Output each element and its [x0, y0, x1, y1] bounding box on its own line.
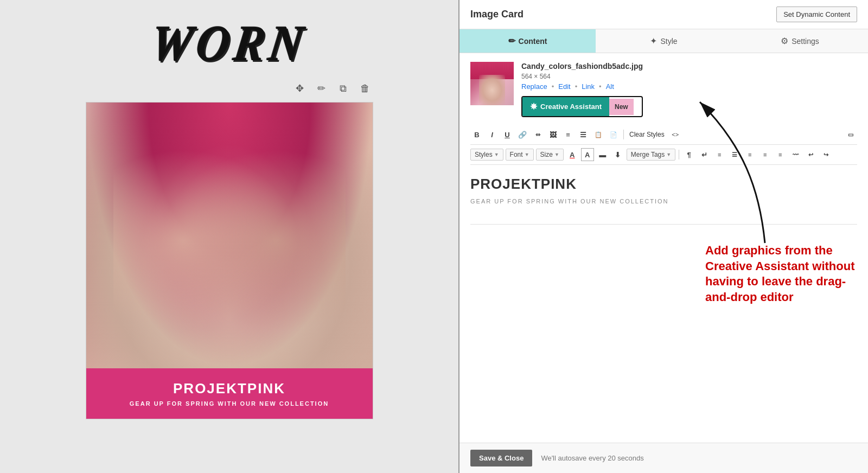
- ca-button-label: Creative Assistant: [540, 103, 602, 111]
- set-dynamic-content-button[interactable]: Set Dynamic Content: [776, 7, 857, 22]
- style-tab-label: Style: [660, 37, 677, 46]
- image-dimensions: 564 × 564: [521, 73, 643, 80]
- paste-button[interactable]: 📄: [607, 128, 620, 141]
- image-actions: Replace • Edit • Link • Alt: [521, 82, 643, 91]
- logo-area: WORN: [11, 11, 448, 80]
- font-dropdown[interactable]: Font ▼: [506, 149, 534, 161]
- merge-tags-label: Merge Tags: [631, 151, 665, 158]
- edit-link[interactable]: Edit: [558, 82, 570, 91]
- image-button[interactable]: 🖼: [546, 128, 559, 141]
- text-color-button[interactable]: A: [566, 148, 579, 161]
- card-title: PROJEKTPINK: [97, 380, 362, 397]
- alt-link[interactable]: Alt: [606, 82, 614, 91]
- tabs-row: ✏ Content ✦ Style ⚙ Settings: [459, 29, 868, 53]
- redo-button[interactable]: ↪: [819, 148, 832, 161]
- wave-button[interactable]: 〰: [789, 148, 802, 161]
- bold-button[interactable]: B: [470, 128, 483, 141]
- font-label: Font: [510, 151, 523, 158]
- content-divider: [470, 224, 857, 225]
- delete-icon[interactable]: 🗑: [357, 80, 373, 97]
- content-body-text: GEAR UP FOR SPRING WITH OUR NEW COLLECTI…: [470, 198, 857, 204]
- collapse-button[interactable]: ▭: [844, 128, 857, 141]
- left-panel: WORN ✥ ✏ ⧉ 🗑 PROJEKTPINK GEAR UP FOR SPR…: [0, 0, 458, 473]
- styles-arrow-icon: ▼: [494, 152, 499, 157]
- link-button[interactable]: 🔗: [516, 128, 529, 141]
- replace-link[interactable]: Replace: [521, 82, 547, 91]
- tab-settings[interactable]: ⚙ Settings: [732, 29, 868, 53]
- styles-label: Styles: [475, 151, 493, 158]
- right-panel: Image Card Set Dynamic Content ✏ Content…: [459, 0, 868, 473]
- size-label: Size: [540, 151, 553, 158]
- underline-button[interactable]: U: [501, 128, 514, 141]
- content-tab-icon: ✏: [508, 36, 515, 46]
- toolbar-sep1: [623, 130, 624, 139]
- card-toolbar: ✥ ✏ ⧉ 🗑: [292, 80, 373, 97]
- move-icon[interactable]: ✥: [292, 80, 308, 97]
- sep3: •: [599, 82, 602, 91]
- ca-new-button[interactable]: New: [609, 99, 634, 115]
- ordered-list-button[interactable]: ≡: [561, 128, 575, 141]
- bottom-bar: Save & Close We'll autosave every 20 sec…: [459, 443, 868, 473]
- annotation-container: Add graphics from the Creative Assistant…: [705, 243, 863, 305]
- right-header: Image Card Set Dynamic Content: [459, 0, 868, 29]
- content-text-area: PROJEKTPINK GEAR UP FOR SPRING WITH OUR …: [470, 165, 857, 215]
- ca-star-icon: ✵: [530, 101, 537, 112]
- creative-assistant-box: ✵ Creative Assistant New: [521, 96, 643, 117]
- tab-style[interactable]: ✦ Style: [596, 29, 732, 53]
- brand-logo: WORN: [147, 14, 311, 72]
- content-tab-label: Content: [519, 37, 547, 46]
- creative-assistant-button[interactable]: ✵ Creative Assistant: [522, 97, 609, 116]
- block-button[interactable]: ▬: [596, 148, 609, 161]
- image-info-row: Candy_colors_fashiondb5adc.jpg 564 × 564…: [470, 62, 857, 117]
- content-heading: PROJEKTPINK: [470, 176, 857, 193]
- card-image: [86, 103, 373, 368]
- styles-dropdown[interactable]: Styles ▼: [470, 149, 503, 161]
- size-dropdown[interactable]: Size ▼: [536, 149, 564, 161]
- clear-styles-button[interactable]: Clear Styles: [627, 131, 667, 138]
- card-wrapper: ✥ ✏ ⧉ 🗑 PROJEKTPINK GEAR UP FOR SPRING W…: [86, 102, 373, 419]
- indent-button[interactable]: ⬇: [611, 148, 624, 161]
- unordered-list-button[interactable]: ☰: [577, 128, 590, 141]
- edit-icon[interactable]: ✏: [314, 80, 330, 97]
- style-tab-icon: ✦: [650, 36, 657, 46]
- text-toolbar-row1: B I U 🔗 ⇔ 🖼 ≡ ☰ 📋 📄 Clear Styles <> ▭: [470, 125, 857, 145]
- image-filename: Candy_colors_fashiondb5adc.jpg: [521, 62, 643, 71]
- card-bottom: PROJEKTPINK GEAR UP FOR SPRING WITH OUR …: [86, 368, 373, 419]
- fashion-image: [86, 103, 373, 368]
- content-area: Candy_colors_fashiondb5adc.jpg 564 × 564…: [459, 53, 868, 443]
- duplicate-icon[interactable]: ⧉: [335, 80, 352, 97]
- annotation-arrow-svg: [667, 80, 776, 254]
- undo-button[interactable]: ↩: [804, 148, 817, 161]
- image-thumbnail: [470, 62, 514, 105]
- link-link[interactable]: Link: [582, 82, 595, 91]
- image-card: PROJEKTPINK GEAR UP FOR SPRING WITH OUR …: [86, 102, 373, 419]
- font-arrow-icon: ▼: [525, 152, 529, 157]
- sep1: •: [552, 82, 554, 91]
- settings-tab-label: Settings: [792, 37, 819, 46]
- copy-button[interactable]: 📋: [592, 128, 605, 141]
- text-bg-color-button[interactable]: A: [581, 148, 594, 161]
- sep2: •: [575, 82, 578, 91]
- text-toolbar-row2: Styles ▼ Font ▼ Size ▼ A A ▬ ⬇ Merge Tag…: [470, 145, 857, 165]
- tab-content[interactable]: ✏ Content: [459, 29, 596, 53]
- panel-title: Image Card: [470, 9, 524, 20]
- save-close-button[interactable]: Save & Close: [470, 450, 532, 466]
- image-details: Candy_colors_fashiondb5adc.jpg 564 × 564…: [521, 62, 643, 117]
- card-subtitle: GEAR UP FOR SPRING WITH OUR NEW COLLECTI…: [97, 400, 362, 407]
- size-arrow-icon: ▼: [554, 152, 559, 157]
- italic-button[interactable]: I: [486, 128, 499, 141]
- autosave-text: We'll autosave every 20 seconds: [541, 454, 643, 462]
- unlink-button[interactable]: ⇔: [531, 128, 544, 141]
- settings-tab-icon: ⚙: [781, 36, 788, 46]
